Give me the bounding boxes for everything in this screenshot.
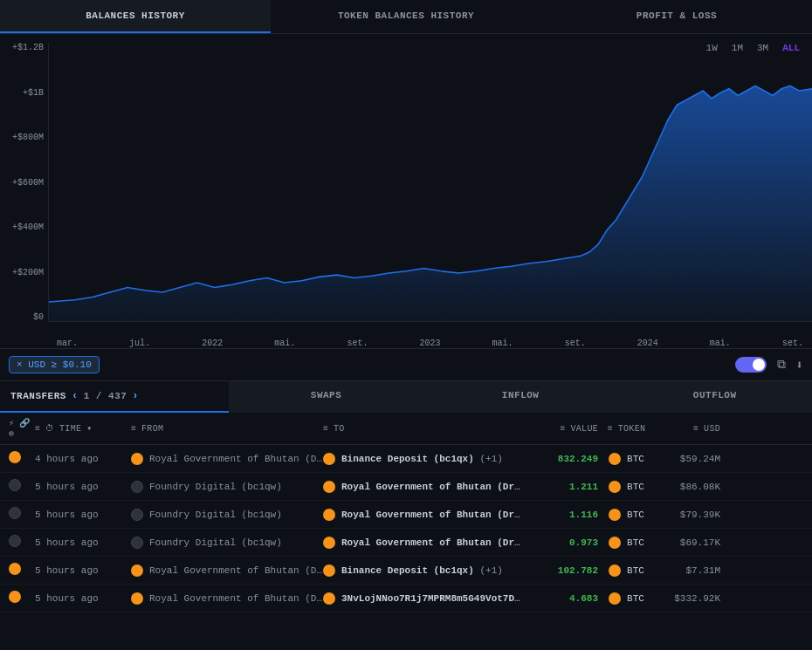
x-label-9: mai.	[710, 339, 731, 348]
x-label-5: 2023	[419, 339, 440, 348]
from-icon	[131, 592, 143, 605]
y-label-0: +$1.2B	[4, 43, 44, 52]
row-time: 5 hours ago	[35, 482, 131, 492]
to-label: 3NvLojNNoo7R1j7MPRM8m5G49Vot7DB6rT (+1)	[341, 593, 524, 604]
row-to: Binance Deposit (bc1qx) (+1)	[323, 564, 524, 577]
value-amount: 0.973	[569, 537, 598, 548]
row-from: Foundry Digital (bc1qw)	[131, 537, 323, 549]
prev-page-arrow[interactable]: ‹	[72, 390, 79, 402]
table-row[interactable]: 4 hours ago Royal Government of Bhutan (…	[0, 445, 812, 473]
value-amount: 1.116	[569, 510, 598, 520]
row-status-icon	[9, 563, 21, 575]
row-value: 832.249	[524, 454, 598, 464]
table-body: 4 hours ago Royal Government of Bhutan (…	[0, 445, 812, 612]
row-to: 3NvLojNNoo7R1j7MPRM8m5G49Vot7DB6rT (+1)	[323, 592, 524, 605]
toggle-knob	[753, 359, 765, 371]
row-token: BTC	[598, 509, 655, 521]
header-value[interactable]: ≡ VALUE	[524, 424, 598, 434]
filter-icons: ⧉ ⬇	[735, 357, 803, 373]
row-time: 5 hours ago	[35, 537, 131, 548]
chart-svg-area	[48, 43, 812, 322]
to-icon	[323, 481, 335, 493]
filter-badge[interactable]: × USD ≥ $0.10	[9, 356, 100, 373]
table-row[interactable]: 5 hours ago Royal Government of Bhutan (…	[0, 585, 812, 612]
tab-swaps[interactable]: SWAPS	[229, 381, 423, 413]
top-tabs: BALANCES HISTORY TOKEN BALANCES HISTORY …	[0, 0, 812, 34]
from-icon	[131, 509, 143, 521]
from-icon	[131, 537, 143, 549]
x-label-1: jul.	[129, 339, 150, 348]
usd-value: $332.92K	[674, 593, 720, 604]
table-row[interactable]: 5 hours ago Foundry Digital (bc1qw) Roya…	[0, 473, 812, 501]
tab-profit-loss[interactable]: PROFIT & LOSS	[541, 0, 812, 33]
page-info: 1 / 437	[84, 391, 127, 401]
token-name: BTC	[627, 537, 644, 548]
row-value: 1.116	[524, 510, 598, 520]
tab-outflow[interactable]: OUTFLOW	[617, 381, 812, 413]
chart-container: 1W 1M 3M ALL +$1.2B +$1B +$800M +$600M +…	[0, 34, 812, 348]
row-time-ago: 5 hours ago	[35, 510, 99, 520]
value-amount: 832.249	[558, 454, 598, 464]
usd-value: $69.17K	[680, 537, 720, 548]
from-label: Royal Government of Bhutan (Druk Hold:	[149, 565, 323, 576]
header-token[interactable]: ≡ TOKEN	[598, 424, 655, 434]
x-label-7: set.	[565, 339, 586, 348]
row-from: Royal Government of Bhutan (Druk Hold:	[131, 453, 323, 465]
to-label: Royal Government of Bhutan (Druk Hold:	[341, 482, 524, 492]
y-label-3: +$600M	[4, 178, 44, 188]
usd-value: $79.39K	[680, 510, 720, 520]
header-to[interactable]: ≡ TO	[323, 424, 524, 434]
row-usd: $69.17K	[655, 537, 720, 548]
row-status-icon	[9, 507, 21, 519]
tab-token-balances[interactable]: TOKEN BALANCES HISTORY	[271, 0, 541, 33]
download-icon[interactable]: ⬇	[796, 358, 803, 373]
row-status-icon	[9, 479, 21, 491]
from-label: Foundry Digital (bc1qw)	[149, 537, 282, 548]
to-icon	[323, 453, 335, 465]
row-token: BTC	[598, 592, 655, 605]
x-label-8: 2024	[637, 339, 658, 348]
row-usd: $7.31M	[655, 565, 720, 576]
copy-icon[interactable]: ⧉	[777, 358, 786, 372]
row-value: 4.683	[524, 593, 598, 604]
table-row[interactable]: 5 hours ago Foundry Digital (bc1qw) Roya…	[0, 529, 812, 557]
y-label-1: +$1B	[4, 88, 44, 98]
tab-transfers[interactable]: TRANSFERS ‹ 1 / 437 ›	[0, 381, 229, 413]
token-name: BTC	[627, 510, 644, 520]
y-axis: +$1.2B +$1B +$800M +$600M +$400M +$200M …	[0, 43, 48, 322]
from-icon	[131, 481, 143, 493]
row-icon-col	[9, 591, 35, 606]
toggle-switch[interactable]	[735, 357, 767, 373]
to-label: Binance Deposit (bc1qx) (+1)	[341, 454, 503, 464]
token-name: BTC	[627, 565, 644, 576]
tab-inflow[interactable]: INFLOW	[423, 381, 618, 413]
from-icon	[131, 453, 143, 465]
table-row[interactable]: 5 hours ago Royal Government of Bhutan (…	[0, 557, 812, 585]
row-time: 5 hours ago	[35, 510, 131, 520]
to-label: Binance Deposit (bc1qx) (+1)	[341, 565, 503, 576]
value-amount: 1.211	[569, 482, 598, 492]
from-label: Foundry Digital (bc1qw)	[149, 482, 282, 492]
table-row[interactable]: 5 hours ago Foundry Digital (bc1qw) Roya…	[0, 501, 812, 529]
row-time-ago: 5 hours ago	[35, 482, 99, 492]
token-name: BTC	[627, 454, 644, 464]
header-usd[interactable]: ≡ USD	[655, 424, 720, 434]
transfers-label: TRANSFERS	[10, 391, 66, 401]
row-value: 1.211	[524, 482, 598, 492]
header-from[interactable]: ≡ FROM	[131, 424, 323, 434]
next-page-arrow[interactable]: ›	[132, 390, 139, 402]
x-label-4: set.	[347, 339, 368, 348]
row-to: Royal Government of Bhutan (Druk Hold:	[323, 537, 524, 549]
row-status-icon	[9, 535, 21, 547]
row-usd: $79.39K	[655, 510, 720, 520]
to-icon	[323, 592, 335, 605]
btc-icon	[609, 537, 621, 549]
from-label: Royal Government of Bhutan (Druk Hold:	[149, 593, 323, 604]
to-label: Royal Government of Bhutan (Druk Hold:	[341, 510, 524, 520]
x-label-0: mar.	[57, 339, 78, 348]
row-from: Royal Government of Bhutan (Druk Hold:	[131, 564, 323, 577]
row-usd: $86.08K	[655, 482, 720, 492]
y-label-5: +$200M	[4, 268, 44, 277]
tab-balances-history[interactable]: BALANCES HISTORY	[0, 0, 271, 33]
header-time[interactable]: ≡ ⏱ TIME ▾	[35, 423, 131, 434]
